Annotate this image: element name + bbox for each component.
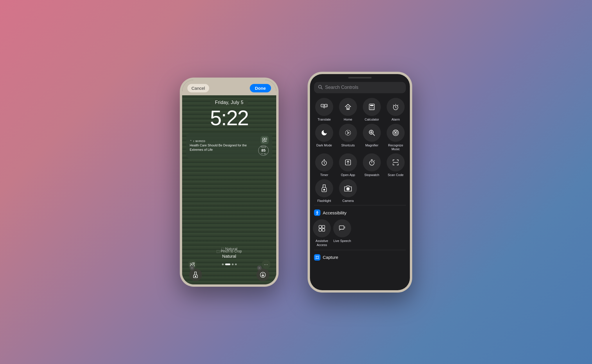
bottom-action-buttons: − − [182,266,276,281]
control-recognize-music[interactable]: Recognize Music [384,124,407,151]
alarm-icon[interactable] [387,98,405,116]
control-home[interactable]: Home [337,98,359,121]
svg-line-12 [321,88,323,89]
recognize-music-icon[interactable] [387,124,405,142]
notification-title: Health Care Should Be Designed for the E… [190,143,255,152]
search-bar[interactable]: Search Controls [314,82,406,93]
pinch-crop-hint: ⬚ Pinch to Crop [182,249,276,253]
svg-point-11 [319,85,322,88]
phone-left: Cancel Done /* Generate slat-like effect… [180,78,279,287]
svg-line-33 [373,134,375,136]
open-app-label: Open App [341,173,355,177]
svg-rect-1 [265,138,267,140]
svg-text:A: A [322,105,323,107]
svg-rect-64 [322,229,325,231]
scan-code-icon[interactable] [387,153,405,171]
svg-point-22 [372,107,372,107]
control-dark-mode[interactable]: Dark Mode [313,124,336,151]
magnifier-icon[interactable] [363,124,381,142]
control-camera[interactable]: Camera [337,179,359,203]
control-stopwatch[interactable]: Stopwatch [360,153,383,177]
dark-mode-label: Dark Mode [316,144,332,147]
svg-rect-61 [319,225,322,228]
cancel-button[interactable]: Cancel [187,84,209,92]
camera-icon[interactable] [339,179,357,197]
download-button[interactable] [256,268,269,281]
svg-line-60 [317,214,318,215]
notification-card: ⌃ I WIRED Health Care Should Be Designed… [186,133,272,159]
lockscreen-date: Friday, July 5 [215,100,243,105]
timer-label: Timer [320,173,328,177]
accessibility-divider [314,205,406,205]
flashlight-label: Flashlight [317,199,331,203]
flashlight-button[interactable] [189,268,202,281]
flashlight-minus-badge[interactable]: − [190,266,194,270]
capture-title: Capture [323,255,338,260]
temp-label: None [261,146,266,148]
home-icon[interactable] [339,98,357,116]
phone-pill [348,77,372,78]
svg-line-40 [397,130,397,131]
dot-1[interactable] [222,263,224,265]
controls-grid: A 文 Translate [310,98,410,203]
control-translate[interactable]: A 文 Translate [313,98,336,121]
search-input[interactable]: Search Controls [325,85,402,90]
svg-point-25 [372,108,372,109]
dot-4[interactable] [235,263,237,265]
svg-point-53 [323,189,325,191]
capture-section-icon [314,254,320,261]
accessibility-section-header: Accessibility [310,208,410,218]
stopwatch-icon[interactable] [363,153,381,171]
scrollable-content[interactable]: Search Controls A 文 [310,82,410,281]
control-live-speech[interactable]: Live Speech [333,219,351,247]
magnifier-label: Magnifier [365,144,378,147]
shortcuts-icon[interactable] [339,124,357,142]
filter-natural: Natural [182,254,276,259]
timer-icon[interactable] [315,153,333,171]
control-scan-code[interactable]: Scan Code [384,153,407,177]
lockscreen: /* Generate slat-like effect using CSS *… [182,95,276,284]
control-shortcuts[interactable]: Shortcuts [337,124,359,151]
assistive-access-label: Assistive Access [315,239,328,247]
control-timer[interactable]: Timer [313,153,336,177]
search-icon [318,85,323,90]
done-button[interactable]: Done [250,84,271,92]
camera-label: Camera [342,199,354,203]
svg-rect-20 [370,105,374,106]
live-speech-icon[interactable] [333,219,351,237]
filter-dots [222,263,237,265]
control-flashlight[interactable]: Flashlight [313,179,336,203]
dot-2[interactable] [225,263,230,265]
control-calculator[interactable]: Calculator [360,98,383,121]
control-open-app[interactable]: Open App [337,153,359,177]
svg-text:文: 文 [325,105,327,107]
translate-icon[interactable]: A 文 [315,98,333,116]
svg-rect-2 [263,140,264,142]
svg-point-56 [317,211,318,212]
notification-icon [261,136,269,144]
accessibility-title: Accessibility [323,210,347,215]
svg-point-26 [373,108,374,109]
control-alarm[interactable]: Alarm [384,98,407,121]
translate-label: Translate [317,118,331,121]
assistive-access-icon[interactable] [313,219,331,237]
svg-line-28 [393,105,394,106]
recognize-music-label: Recognize Music [384,144,407,151]
svg-rect-7 [193,262,195,263]
control-magnifier[interactable]: Magnifier [360,124,383,151]
control-assistive-access[interactable]: Assistive Access [313,219,331,247]
flashlight-button-container: − [189,266,202,281]
svg-point-21 [370,107,371,107]
open-app-icon[interactable] [339,153,357,171]
notification-source: ⌃ I WIRED [190,140,255,143]
temp-range: 77 92 [261,153,266,155]
phones-container: Cancel Done /* Generate slat-like effect… [180,72,412,293]
flashlight-icon[interactable] [315,179,333,197]
svg-point-23 [373,107,374,107]
dark-mode-icon[interactable] [315,124,333,142]
download-minus-badge[interactable]: − [257,266,262,270]
phone-right: Search Controls A 文 [308,72,412,293]
dot-3[interactable] [232,263,234,265]
temp-badge: None 85 77 92 [258,145,269,156]
calculator-icon[interactable] [363,98,381,116]
